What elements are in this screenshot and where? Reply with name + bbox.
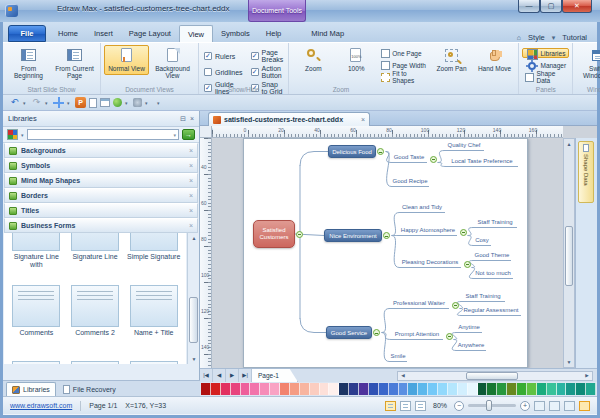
library-scrollbar[interactable]: ▲ ▼: [187, 233, 199, 364]
shape-thumbnail[interactable]: [130, 285, 178, 327]
edrawsoft-link[interactable]: www.edrawsoft.com: [10, 402, 72, 409]
tools-dropdown-icon[interactable]: ▾: [145, 100, 150, 106]
vertical-scrollbar-thumb[interactable]: [565, 226, 573, 286]
shape-thumbnail[interactable]: [130, 361, 178, 364]
library-section-symbols[interactable]: Symbols×: [4, 158, 198, 173]
mindmap-node-nice-environment[interactable]: Nice Environment: [324, 229, 382, 242]
mindmap-node-happy-atomosphere[interactable]: Happy Atomosphere: [399, 226, 457, 236]
shape-thumbnail[interactable]: [12, 285, 60, 327]
close-button[interactable]: ✕: [562, 0, 592, 13]
mindmap-node-pleasing-decorations[interactable]: Pleasing Decorations: [399, 258, 461, 268]
color-swatch[interactable]: [547, 383, 557, 395]
collapse-button-good-taste[interactable]: [430, 156, 437, 163]
tab-page-layout[interactable]: Page Layout: [121, 25, 179, 42]
shape-item[interactable]: Detail Signature: [67, 361, 124, 364]
page[interactable]: Satisfied CustomersDelicious FoodGood Ta…: [243, 138, 528, 368]
grid-toggle-icon[interactable]: [564, 401, 575, 411]
mindmap-node-good-theme[interactable]: Good Theme: [473, 251, 511, 261]
mindmap-node-root[interactable]: Satisfied Customers: [253, 220, 295, 248]
tab-insert[interactable]: Insert: [86, 25, 121, 42]
shape-item[interactable]: Signature Line: [67, 233, 124, 283]
minimize-button[interactable]: —: [518, 0, 540, 13]
new-page-icon[interactable]: [89, 98, 97, 108]
shape-thumbnail[interactable]: [71, 233, 119, 251]
redo-dropdown-icon[interactable]: ▾: [45, 100, 50, 106]
shape-item[interactable]: Comments: [8, 285, 65, 359]
globe-dropdown-icon[interactable]: ▾: [125, 100, 130, 106]
view-fullscreen-icon[interactable]: [415, 401, 426, 411]
tab-file[interactable]: File: [8, 25, 46, 42]
mindmap-node-cosy[interactable]: Cosy: [473, 236, 491, 246]
scroll-down-icon[interactable]: ▼: [564, 357, 574, 367]
tab-libraries[interactable]: Libraries: [6, 382, 56, 396]
page-width-button[interactable]: Page Width: [378, 60, 429, 70]
tab-symbols[interactable]: Symbols: [213, 25, 258, 42]
last-page-button[interactable]: ▶|: [239, 369, 252, 382]
color-swatch[interactable]: [231, 383, 241, 395]
hand-move-button[interactable]: Hand Move: [474, 45, 516, 75]
horizontal-scrollbar[interactable]: ◀ ▶: [397, 371, 593, 381]
library-category-icon[interactable]: [7, 129, 18, 140]
color-swatch[interactable]: [201, 383, 211, 395]
color-swatch[interactable]: [557, 383, 567, 395]
collapse-button-delicious-food[interactable]: [377, 148, 384, 155]
mindmap-node-anytime[interactable]: Anytime: [456, 323, 482, 333]
checkbox-rulers[interactable]: ✓Rulers: [204, 49, 243, 63]
scroll-right-icon[interactable]: ▶: [582, 372, 592, 380]
mindmap-node-good-recipe[interactable]: Good Recipe: [391, 177, 429, 187]
tutorial-menu[interactable]: Tutorial: [562, 33, 587, 42]
checkbox-box[interactable]: ✓: [251, 52, 259, 60]
section-close-icon[interactable]: ×: [189, 207, 193, 214]
drawing-background[interactable]: Satisfied CustomersDelicious FoodGood Ta…: [212, 138, 563, 368]
tab-file-recovery[interactable]: File Recovery: [58, 382, 121, 396]
color-swatch[interactable]: [448, 383, 458, 395]
color-swatch[interactable]: [399, 383, 409, 395]
library-section-titles[interactable]: Titles×: [4, 203, 198, 218]
color-swatch[interactable]: [586, 383, 596, 395]
page-tab[interactable]: Page-1: [252, 369, 298, 382]
collapse-button-good-service[interactable]: [373, 329, 380, 336]
library-scrollbar-thumb[interactable]: [189, 297, 198, 343]
switch-windows-button[interactable]: Switch Windows ▾: [576, 45, 600, 82]
color-swatch[interactable]: [438, 383, 448, 395]
checkbox-box[interactable]: ✓: [204, 52, 212, 60]
view-normal-icon[interactable]: [385, 401, 396, 411]
category-dropdown-icon[interactable]: ▾: [21, 132, 24, 138]
from-beginning-button[interactable]: From Beginning: [6, 45, 51, 82]
color-swatch[interactable]: [428, 383, 438, 395]
panel-close-icon[interactable]: ×: [190, 115, 194, 123]
tools-icon[interactable]: [133, 98, 142, 107]
shape-item[interactable]: Simple Signature: [125, 233, 182, 283]
shape-item[interactable]: Name + Title: [125, 285, 182, 359]
color-swatch[interactable]: [221, 383, 231, 395]
manager-panel-button[interactable]: Manager: [522, 60, 569, 70]
color-swatch[interactable]: [260, 383, 270, 395]
color-swatch[interactable]: [517, 383, 527, 395]
mindmap-node-staff-training-2[interactable]: Staff Training: [461, 292, 505, 302]
checkbox-box[interactable]: [204, 68, 212, 76]
collapse-button-happy-atomosphere[interactable]: [460, 229, 467, 236]
undo-icon[interactable]: ↶: [9, 97, 20, 108]
zoom-100-button[interactable]: 100%: [335, 45, 377, 75]
library-section-business-forms[interactable]: Business Forms×: [4, 218, 198, 233]
zoom-selection-icon[interactable]: [549, 401, 560, 411]
next-page-button[interactable]: ▶: [226, 369, 239, 382]
scroll-left-icon[interactable]: ◀: [398, 372, 408, 380]
style-menu[interactable]: Style: [528, 33, 545, 42]
mindmap-node-good-service[interactable]: Good Service: [326, 326, 372, 339]
search-go-button[interactable]: →: [182, 129, 195, 140]
fit-window-icon[interactable]: [534, 401, 545, 411]
collapse-button-prompt-attention[interactable]: [446, 333, 453, 340]
mindmap-node-prompt-attention[interactable]: Prompt Attention: [391, 330, 443, 340]
first-page-button[interactable]: |◀: [200, 369, 213, 382]
background-view-button[interactable]: Background View: [150, 45, 195, 82]
color-swatch[interactable]: [320, 383, 330, 395]
section-close-icon[interactable]: ×: [189, 162, 193, 169]
checkbox-box[interactable]: ✓: [251, 68, 259, 76]
color-swatch[interactable]: [280, 383, 290, 395]
scroll-down-icon[interactable]: ▼: [188, 354, 200, 364]
color-swatch[interactable]: [270, 383, 280, 395]
preview-window-icon[interactable]: [100, 98, 110, 107]
undo-dropdown-icon[interactable]: ▾: [23, 100, 28, 106]
shape-thumbnail[interactable]: [130, 233, 178, 251]
